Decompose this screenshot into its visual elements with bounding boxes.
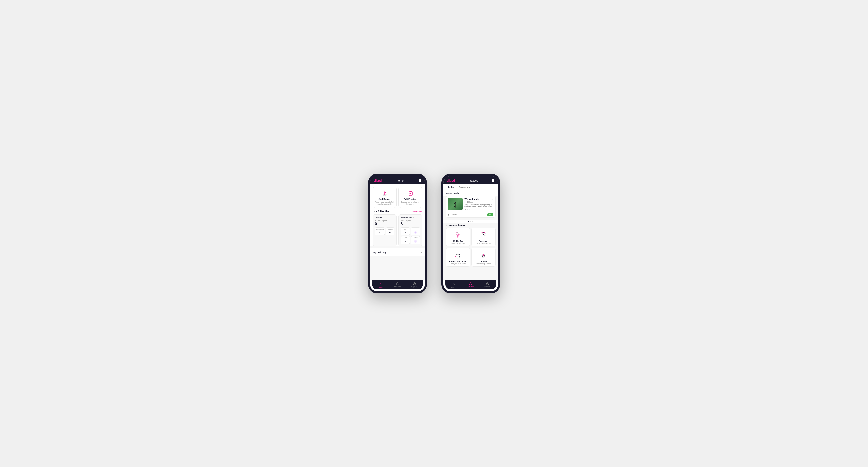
putting-desc: Make and lag practice bbox=[475, 263, 491, 264]
svg-point-37 bbox=[483, 254, 484, 255]
nav-home-2[interactable]: ⌂ Home bbox=[445, 280, 462, 289]
drills-capture-label: Drills Capture bbox=[401, 220, 420, 221]
svg-point-44 bbox=[486, 283, 489, 285]
svg-point-23 bbox=[457, 231, 458, 232]
putt-label: PUTT bbox=[412, 237, 419, 239]
menu-icon[interactable]: ☰ bbox=[418, 179, 421, 182]
putting-icon bbox=[478, 251, 488, 259]
around-the-green-name: Around The Green bbox=[449, 260, 466, 262]
nav-capture-label-2: Capture bbox=[485, 286, 491, 288]
drills-value: 8 bbox=[401, 222, 420, 226]
add-round-title: Add Round bbox=[378, 198, 391, 200]
home-content: Add Round Record your shots in fast or e… bbox=[370, 184, 425, 280]
svg-point-11 bbox=[414, 283, 415, 284]
svg-point-40 bbox=[482, 256, 483, 257]
svg-point-22 bbox=[457, 237, 458, 238]
practice-value: 0 bbox=[390, 231, 391, 234]
nav-capture-2[interactable]: Capture bbox=[479, 280, 496, 289]
svg-rect-4 bbox=[409, 191, 412, 195]
skill-around-the-green[interactable]: Around The Green Hone your short game bbox=[446, 248, 470, 267]
explore-title: Explore skill areas bbox=[443, 223, 498, 228]
golf-bag-row[interactable]: My Golf Bag › bbox=[370, 248, 425, 256]
home-icon-2: ⌂ bbox=[453, 282, 455, 286]
practice-stat: Practice 0 bbox=[386, 227, 394, 235]
dot-3 bbox=[472, 221, 473, 222]
practice-header: clippd Practice ☰ bbox=[443, 176, 498, 184]
arg-label: ARG bbox=[402, 237, 409, 239]
tab-drills[interactable]: Drills bbox=[446, 184, 456, 190]
nav-home-label-2: Home bbox=[452, 286, 456, 288]
stats-header: Last 3 Months View Activity bbox=[373, 210, 423, 213]
rounds-value: 0 bbox=[375, 222, 394, 226]
drills-box: Practice Drills Drills Capture 8 OTT 0 A… bbox=[399, 215, 423, 246]
add-practice-card[interactable]: Add Practice Capture your practice off-t… bbox=[399, 187, 423, 208]
star-icon[interactable]: ☆ bbox=[491, 198, 493, 200]
off-the-tee-name: Off The Tee bbox=[453, 240, 463, 242]
menu-icon-2[interactable]: ☰ bbox=[492, 179, 494, 182]
add-practice-title: Add Practice bbox=[404, 198, 417, 200]
home-header: clippd Home ☰ bbox=[370, 176, 425, 184]
drill-title-row: Wedge Ladder ☆ bbox=[465, 198, 493, 200]
practice-label: Practice bbox=[387, 228, 393, 230]
drills-title: Practice Drills bbox=[401, 217, 420, 219]
app-stat: APP 4 bbox=[411, 227, 420, 235]
drill-thumbnail bbox=[448, 198, 463, 210]
svg-point-38 bbox=[482, 255, 483, 256]
carousel-dots bbox=[443, 220, 498, 223]
quick-actions: Add Round Record your shots in fast or e… bbox=[370, 184, 425, 208]
view-activity-link[interactable]: View Activity bbox=[411, 210, 422, 212]
svg-point-39 bbox=[484, 255, 485, 256]
ott-stat: OTT 0 bbox=[401, 227, 410, 235]
add-round-card[interactable]: Add Round Record your shots in fast or e… bbox=[373, 187, 397, 208]
tab-favourites[interactable]: Favourites bbox=[456, 184, 472, 190]
putt-value: 4 bbox=[414, 240, 416, 243]
phone-practice: clippd Practice ☰ Drills Favourites Most… bbox=[441, 174, 500, 293]
phone-home: clippd Home ☰ bbox=[368, 174, 427, 293]
nav-capture[interactable]: Capture bbox=[406, 280, 423, 289]
clippd-logo-2: clippd bbox=[447, 179, 455, 182]
skill-off-the-tee[interactable]: Off The Tee Power and accuracy bbox=[446, 228, 470, 246]
svg-point-34 bbox=[459, 254, 460, 255]
stats-period: Last 3 Months bbox=[373, 210, 389, 213]
tournament-label: Tournament bbox=[376, 228, 384, 230]
app-badge: APP bbox=[487, 214, 493, 216]
approach-icon bbox=[478, 230, 488, 239]
putting-name: Putting bbox=[480, 260, 487, 262]
svg-point-27 bbox=[483, 231, 484, 232]
home-bottom-nav: ⌂ Home Activities bbox=[372, 280, 423, 289]
clipboard-icon bbox=[407, 189, 414, 197]
skill-approach[interactable]: Approach Dial-in to hit the green bbox=[471, 228, 496, 246]
nav-activities[interactable]: Activities bbox=[389, 280, 406, 289]
svg-line-28 bbox=[482, 232, 482, 232]
nav-activities-label: Activities bbox=[394, 286, 401, 288]
nav-home[interactable]: ⌂ Home bbox=[372, 280, 389, 289]
app-label: APP bbox=[412, 228, 419, 230]
drills-sub-grid: OTT 0 APP 4 bbox=[401, 227, 420, 235]
drill-info: Wedge Ladder ☆ 50-100 yds Play 1 shot at… bbox=[465, 198, 493, 210]
practice-bottom-nav: ⌂ Home Activities bbox=[445, 280, 496, 289]
featured-drill-card[interactable]: Wedge Ladder ☆ 50-100 yds Play 1 shot at… bbox=[446, 196, 496, 218]
svg-point-9 bbox=[397, 283, 398, 284]
practice-title: Practice bbox=[468, 179, 478, 182]
nav-activities-2[interactable]: Activities bbox=[462, 280, 479, 289]
skill-putting[interactable]: Putting Make and lag practice bbox=[471, 248, 496, 267]
ott-value: 0 bbox=[405, 231, 406, 234]
drill-desc: Play 1 shot at each target yardage. If y… bbox=[465, 204, 493, 210]
most-popular-title: Most Popular bbox=[443, 190, 498, 196]
clippd-logo: clippd bbox=[374, 179, 382, 182]
svg-marker-2 bbox=[384, 191, 386, 193]
tournament-stat: Tournament 0 bbox=[375, 227, 385, 235]
tournament-value: 0 bbox=[379, 231, 380, 234]
practice-tabs: Drills Favourites bbox=[443, 184, 498, 190]
chevron-right-icon: › bbox=[421, 251, 422, 253]
approach-desc: Dial-in to hit the green bbox=[475, 243, 491, 244]
svg-point-41 bbox=[484, 256, 485, 257]
ott-label: OTT bbox=[402, 228, 409, 230]
practice-content: Most Popular Wedge Ladder ☆ bbox=[443, 190, 498, 280]
svg-point-10 bbox=[413, 283, 415, 285]
skill-grid: Off The Tee Power and accuracy bbox=[443, 228, 498, 269]
stats-grid: Rounds Rounds Capture 0 Tournament 0 Pra… bbox=[373, 215, 423, 246]
drills-sub-grid-2: ARG 0 PUTT 4 bbox=[401, 236, 420, 244]
dot-1 bbox=[468, 221, 469, 222]
activities-icon-2 bbox=[468, 282, 472, 285]
